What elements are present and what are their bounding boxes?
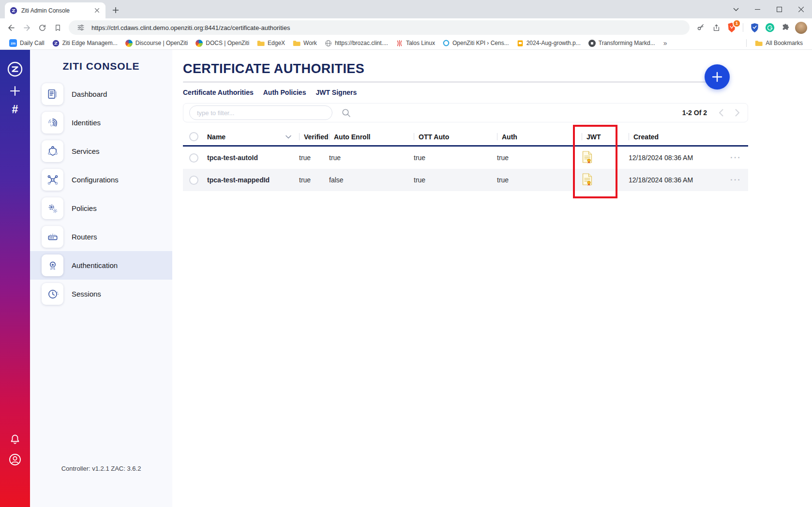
back-icon[interactable] — [5, 21, 17, 34]
jwt-cell — [582, 151, 629, 164]
column-header-jwt[interactable]: JWT — [582, 133, 629, 141]
bookmark-item[interactable]: OpenZiti KPI › Cens... — [439, 39, 512, 47]
bookmark-item[interactable]: 2024-Aug-growth.p... — [513, 39, 584, 48]
reload-icon[interactable] — [36, 21, 48, 34]
bookmark-item[interactable]: zmDaily Call — [6, 38, 48, 48]
forward-icon[interactable] — [20, 21, 33, 34]
add-certificate-authority-button[interactable] — [705, 64, 730, 89]
tab-auth-policies[interactable]: Auth Policies — [263, 89, 306, 96]
column-header-auth[interactable]: Auth — [497, 133, 582, 141]
column-header-auto-enroll[interactable]: Auto Enroll — [329, 133, 414, 141]
search-icon[interactable] — [341, 108, 351, 118]
title-divider — [183, 81, 715, 83]
jwt-certificate-icon[interactable] — [582, 151, 593, 164]
app-content: # ZITI CONSOLE Dashboard Identities Serv… — [0, 50, 812, 507]
column-header-created[interactable]: Created — [629, 133, 721, 141]
filter-input[interactable] — [189, 105, 332, 120]
bookmark-icon[interactable] — [51, 21, 64, 34]
toolbar-divider — [743, 23, 743, 32]
profile-icon[interactable] — [8, 453, 22, 466]
sidebar-item-policies[interactable]: Policies — [30, 194, 172, 223]
window-maximize-button[interactable] — [768, 0, 790, 18]
table-row[interactable]: tpca-test-autoId true true true true 12/… — [183, 147, 748, 169]
verified-value: true — [299, 154, 329, 162]
column-header-name[interactable]: Name — [207, 133, 299, 141]
sidebar-item-configurations[interactable]: Configurations — [30, 165, 172, 194]
ca-table: Name Verified Auto Enroll OTT Auto Auth … — [183, 128, 748, 191]
bookmark-item[interactable]: Work — [289, 39, 320, 47]
extensions-puzzle-icon[interactable] — [779, 21, 792, 34]
window-controls — [725, 0, 812, 18]
window-minimize-button[interactable] — [747, 0, 768, 18]
ziti-logo-icon[interactable] — [6, 60, 24, 78]
bookmark-item[interactable]: DOCS | OpenZiti — [192, 39, 253, 48]
window-close-button[interactable] — [790, 0, 812, 18]
openziti-favicon — [443, 40, 450, 46]
bookmark-item[interactable]: Transforming Markd... — [585, 39, 659, 48]
password-manager-extension-icon[interactable] — [748, 21, 761, 34]
sidebar-item-identities[interactable]: Identities — [30, 108, 172, 137]
column-header-ott-auto[interactable]: OTT Auto — [414, 133, 497, 141]
ca-name[interactable]: tpca-test-autoId — [207, 154, 299, 162]
site-settings-icon[interactable] — [75, 21, 87, 34]
select-all-checkbox[interactable] — [183, 132, 207, 141]
row-checkbox[interactable] — [183, 176, 207, 185]
bookmark-item[interactable]: EdgeX — [254, 39, 288, 47]
row-menu-ellipsis[interactable]: ··· — [730, 175, 741, 185]
pagination-count: 1-2 Of 2 — [682, 109, 707, 117]
bookmark-item[interactable]: https://brozac.clint.... — [321, 39, 391, 48]
jwt-cell — [582, 173, 629, 187]
profile-avatar[interactable] — [795, 21, 807, 34]
column-header-verified[interactable]: Verified — [299, 133, 329, 141]
rail-hash-icon[interactable]: # — [12, 104, 18, 115]
bookmark-item[interactable]: Talos Linux — [392, 39, 438, 48]
sidebar-item-routers[interactable]: Routers — [30, 223, 172, 251]
passwords-key-icon[interactable] — [694, 21, 707, 34]
row-checkbox[interactable] — [183, 153, 207, 163]
browser-tab[interactable]: Ziti Admin Console — [5, 2, 105, 18]
bookmark-item[interactable]: Ziti Edge Managem... — [49, 39, 121, 48]
notifications-bell-icon[interactable] — [9, 433, 21, 445]
brave-shield-icon[interactable]: 1 — [725, 21, 738, 34]
url-bar[interactable]: https://ctrl.cdaws.clint.demo.openziti.o… — [69, 20, 690, 35]
tab-title: Ziti Admin Console — [21, 7, 89, 14]
shield-badge: 1 — [733, 19, 741, 28]
slides-favicon — [517, 40, 524, 47]
share-icon[interactable] — [710, 21, 722, 34]
grammarly-extension-icon[interactable] — [764, 21, 776, 34]
sidebar-item-sessions[interactable]: Sessions — [30, 280, 172, 308]
console-brand: ZITI CONSOLE — [30, 60, 172, 72]
all-bookmarks-button[interactable]: All Bookmarks — [752, 39, 806, 47]
created-value: 12/18/2024 08:36 AM — [629, 176, 721, 184]
pagination-next-icon[interactable] — [735, 109, 740, 117]
bookmarks-overflow-icon[interactable]: » — [660, 39, 671, 47]
sidebar: ZITI CONSOLE Dashboard Identities Servic… — [30, 50, 172, 507]
sessions-clock-icon — [42, 283, 63, 305]
tab-jwt-signers[interactable]: JWT Signers — [316, 89, 357, 96]
folder-icon — [257, 40, 265, 46]
fingerprint-icon — [42, 112, 63, 134]
jwt-certificate-icon[interactable] — [582, 173, 593, 187]
doc-favicon — [588, 40, 596, 47]
row-menu-ellipsis[interactable]: ··· — [730, 153, 741, 163]
ca-name[interactable]: tpca-test-mappedId — [207, 176, 299, 184]
auth-value: true — [497, 176, 582, 184]
sidebar-item-dashboard[interactable]: Dashboard — [30, 80, 172, 108]
tab-close-icon[interactable] — [93, 7, 101, 15]
new-tab-button[interactable] — [109, 4, 122, 16]
tab-search-chevron-icon[interactable] — [725, 0, 747, 18]
sidebar-item-authentication[interactable]: Authentication — [30, 251, 172, 280]
sidebar-item-services[interactable]: Services — [30, 137, 172, 165]
discourse-favicon — [125, 40, 133, 47]
tab-favicon-ziti — [10, 7, 17, 15]
browser-toolbar: https://ctrl.cdaws.clint.demo.openziti.o… — [0, 18, 812, 37]
created-value: 12/18/2024 08:36 AM — [629, 154, 721, 162]
url-text: https://ctrl.cdaws.clint.demo.openziti.o… — [91, 24, 684, 31]
table-row[interactable]: tpca-test-mappedId true false true true … — [183, 169, 748, 191]
pagination-prev-icon[interactable] — [719, 109, 723, 117]
bookmark-item[interactable]: Discourse | OpenZiti — [122, 39, 192, 48]
rail-add-icon[interactable] — [10, 86, 20, 96]
ott-auto-value: true — [414, 154, 497, 162]
folder-icon — [293, 40, 301, 46]
tab-certificate-authorities[interactable]: Certificate Authorities — [183, 89, 254, 96]
